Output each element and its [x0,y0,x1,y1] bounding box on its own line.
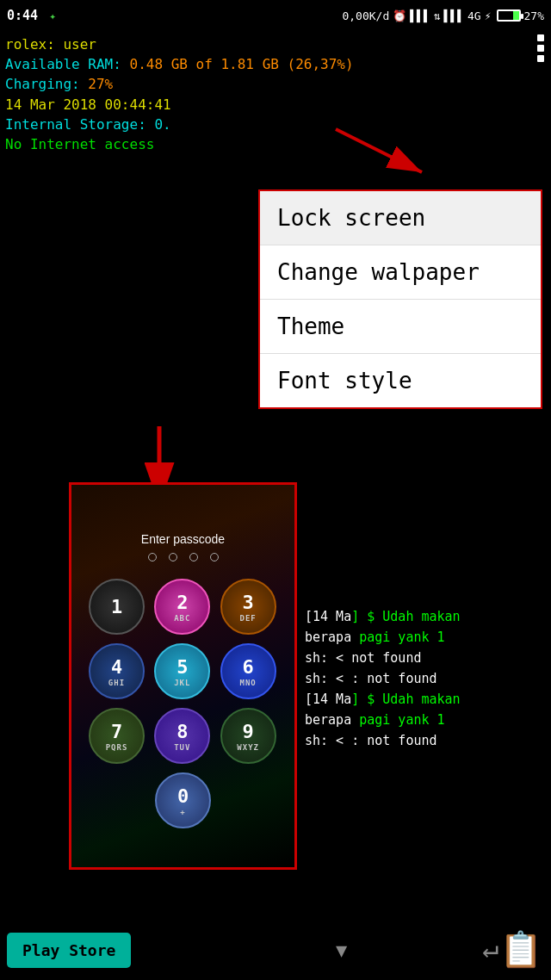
username: rolex: user [5,36,96,53]
menu-item-label-3: Font style [277,368,412,394]
internet-status: No Internet access [5,136,154,152]
terminal-line-6: No Internet access [5,134,546,154]
key-sub: ABC [174,614,190,623]
tb-line2: berapa pagi yank 1 [305,627,548,648]
enter-button[interactable]: ↵ [482,932,498,964]
tb-line3: sh: < not found [305,648,548,668]
key-sub: MNO [240,679,257,687]
tb-line1: [14 Ma] $ Udah makan [305,606,548,627]
lock-screen-mockup: Enter passcode 1 2 ABC 3 DEF 4 GHI 5 JKL… [69,482,297,870]
network-type: 4G [467,9,481,22]
signal-icon: ✦ [49,9,56,22]
key-num: 7 [111,721,122,742]
key-zero-row: 0 + [71,772,294,828]
terminal-line-5: Internal Storage: 0. [5,115,546,134]
battery-icon [497,9,521,22]
key-num: 8 [176,721,188,742]
key-num: 3 [243,592,254,613]
key-num: 6 [243,656,254,678]
menu-dot-1 [537,34,544,41]
arrows-icon: ⇅ [434,9,441,22]
terminal-output: rolex: user Available RAM: 0.48 GB of 1.… [0,31,551,158]
key-5[interactable]: 5 JKL [154,643,210,699]
dot-4 [210,553,219,561]
key-3[interactable]: 3 DEF [220,579,276,635]
status-bar: 0:44 ✦ 0,00K/d ⏰ ▌▌▌ ⇅ ▌▌▌ 4G ⚡ 27% [0,0,551,31]
key-num: 9 [243,721,254,742]
key-num: 5 [176,656,188,678]
tb-line6: berapa pagi yank 1 [305,710,548,730]
key-8[interactable]: 8 TUV [154,708,210,764]
key-num: 2 [176,592,188,613]
tb-line4: sh: < : not found [305,668,548,689]
status-right: 0,00K/d ⏰ ▌▌▌ ⇅ ▌▌▌ 4G ⚡ 27% [342,9,544,22]
down-nav-button[interactable]: ▼ [336,940,347,961]
key-sub: + [180,808,185,816]
key-num: 4 [111,656,122,678]
play-store-label[interactable]: Play Store [7,933,131,968]
ram-value: 0.48 GB of 1.81 GB (26,37%) [130,56,354,72]
terminal-line-2: Available RAM: 0.48 GB of 1.81 GB (26,37… [5,54,546,74]
clipboard-button[interactable]: 📋 [499,929,542,970]
terminal-line-4: 14 Mar 2018 00:44:41 [5,95,546,115]
menu-item-label-0: Lock screen [277,205,425,231]
key-sub: PQRS [106,743,128,752]
charging-label: Charging: [5,76,80,92]
passcode-dots [71,553,294,561]
key-1[interactable]: 1 [89,579,145,635]
charging-value: 27% [88,76,113,92]
battery-tip [521,14,523,19]
menu-item-label-1: Change walpaper [277,259,480,285]
ram-label: Available RAM: [5,56,121,72]
tb-line7: sh: < : not found [305,730,548,751]
dot-3 [189,553,198,561]
arrow-down-decoration [133,422,185,491]
key-sub: GHI [108,679,125,687]
dot-2 [169,553,177,561]
terminal-line-3: Charging: 27% [5,74,546,94]
tb-line5: [14 Ma] $ Udah makan [305,689,548,710]
key-sub: DEF [240,614,257,623]
signal-bars-2: ▌▌▌ [444,9,464,22]
network-speed: 0,00K/d [342,9,389,22]
terminal-bottom-right: [14 Ma] $ Udah makan berapa pagi yank 1 … [301,603,551,754]
key-sub: JKL [174,679,190,687]
menu-item-theme[interactable]: Theme [260,300,541,354]
menu-item-change-wallpaper[interactable]: Change walpaper [260,245,541,300]
alarm-icon: ⏰ [393,9,406,22]
menu-dot-2 [537,45,544,52]
menu-item-label-2: Theme [277,313,344,339]
key-num: 0 [177,785,189,807]
battery-fill [513,11,518,20]
key-4[interactable]: 4 GHI [89,643,145,699]
key-sub: TUV [174,743,190,752]
key-num: 1 [111,596,122,617]
menu-dot-3 [537,55,544,62]
context-menu: Lock screen Change walpaper Theme Font s… [258,189,542,409]
key-sub: WXYZ [237,743,259,752]
lightning-icon: ⚡ [485,9,492,22]
play-store-button[interactable]: Play Store [7,933,131,968]
key-0[interactable]: 0 + [155,772,211,828]
storage-label: Internal Storage: 0. [5,116,171,133]
dot-1 [148,553,157,561]
battery-percent: 27% [524,9,544,22]
three-dot-menu[interactable] [537,34,544,62]
datetime: 14 Mar 2018 00:44:41 [5,96,171,113]
keypad: 1 2 ABC 3 DEF 4 GHI 5 JKL 6 MNO 7 PQRS 8… [71,579,294,764]
terminal-line-1: rolex: user [5,34,546,54]
arrow-right-decoration [327,121,430,189]
menu-item-lock-screen[interactable]: Lock screen [260,191,541,245]
svg-line-1 [336,129,422,172]
key-9[interactable]: 9 WXYZ [220,708,276,764]
key-6[interactable]: 6 MNO [220,643,276,699]
menu-item-font-style[interactable]: Font style [260,354,541,407]
enter-passcode-text: Enter passcode [71,532,294,546]
key-2[interactable]: 2 ABC [154,579,210,635]
status-time: 0:44 ✦ [7,8,56,23]
time-display: 0:44 [7,8,38,23]
signal-bars: ▌▌▌ [410,9,430,22]
key-7[interactable]: 7 PQRS [89,708,145,764]
